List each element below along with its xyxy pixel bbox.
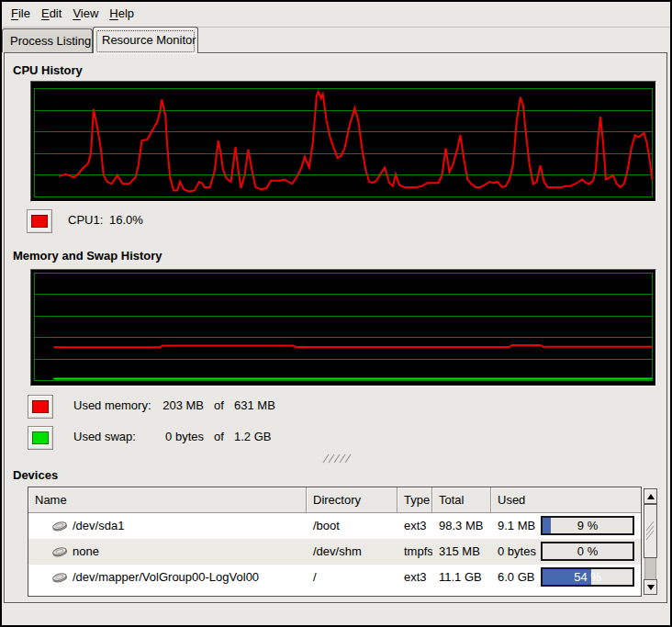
swap-of-word: of <box>214 425 224 449</box>
notebook-border-right <box>666 52 667 603</box>
memory-swap-chart <box>30 269 656 386</box>
scrollbar-trough[interactable] <box>644 558 656 579</box>
chart-grid <box>35 89 653 197</box>
usage-percent-label: 0 % <box>543 543 633 559</box>
memory-legend-swatch <box>28 395 53 419</box>
column-header-type[interactable]: Type <box>398 487 432 513</box>
menu-label-rest: dit <box>50 6 62 20</box>
device-type-cell: tmpfs <box>398 539 432 565</box>
vertical-scrollbar[interactable] <box>644 488 657 595</box>
device-used-value: 6.0 GB <box>498 570 534 584</box>
menu-label-rest: ile <box>18 6 30 20</box>
usage-progress-bar: 0 % <box>541 542 634 561</box>
menu-mnemonic: H <box>109 6 118 20</box>
device-type-cell: ext3 <box>398 565 432 590</box>
system-monitor-window: { "menu_bar": { "items": [ {"label": "Fi… <box>0 0 672 627</box>
memory-total-value: 631 MB <box>234 394 275 418</box>
devices-title: Devices <box>13 468 58 482</box>
cpu-history-title: CPU History <box>13 63 83 77</box>
device-row-2[interactable]: /dev/mapper/VolGroup00-LogVol00/ext311.1… <box>28 565 641 590</box>
swap-total-value: 1.2 GB <box>234 425 271 449</box>
cpu-chart-canvas <box>31 82 655 201</box>
notebook-highlight-left <box>5 53 6 602</box>
memory-of-word: of <box>214 394 224 418</box>
menu-view[interactable]: View <box>67 4 104 24</box>
device-directory-cell: / <box>307 565 398 590</box>
cpu-legend-swatch <box>27 209 52 233</box>
device-used-cell: 9.1 MB9 % <box>491 513 641 539</box>
device-directory-cell: /boot <box>307 513 398 539</box>
devices-table-body: /dev/sda1/bootext398.3 MB9.1 MB9 %none/d… <box>28 513 641 590</box>
device-used-value: 9.1 MB <box>498 519 535 532</box>
menu-mnemonic: E <box>41 6 50 20</box>
device-row-1[interactable]: none/dev/shmtmpfs315 MB0 bytes0 % <box>28 539 641 565</box>
status-bar <box>2 604 670 625</box>
device-name-cell: /dev/sda1 <box>28 513 307 539</box>
usage-percent-label: 54 % <box>543 569 633 585</box>
device-name-cell: /dev/mapper/VolGroup00-LogVol00 <box>28 565 307 590</box>
device-type-cell: ext3 <box>398 513 432 539</box>
tab-process-listing[interactable]: Process Listing <box>2 28 93 52</box>
device-used-cell: 0 bytes0 % <box>491 539 641 565</box>
memory-legend-color <box>32 400 49 413</box>
cpu-legend-label: CPU1: <box>68 208 103 232</box>
device-total-cell: 98.3 MB <box>432 513 491 539</box>
tab-focus-outline <box>96 30 195 52</box>
device-name: /dev/mapper/VolGroup00-LogVol00 <box>73 565 259 590</box>
swap-legend-swatch <box>28 426 53 450</box>
device-used-cell: 6.0 GB54 % <box>491 565 641 590</box>
cpu-legend-color <box>31 215 48 228</box>
memory-used-value: 203 MB <box>129 394 204 418</box>
cpu-legend-value: 16.0% <box>109 208 143 232</box>
scrollbar-grip-icon <box>644 505 656 559</box>
mem-chart-canvas <box>31 270 655 386</box>
menu-mnemonic: F <box>11 6 18 20</box>
usage-percent-label: 9 % <box>543 518 633 533</box>
menu-label-rest: iew <box>81 6 99 20</box>
device-name-cell: none <box>28 539 307 565</box>
swap-used-value: 0 bytes <box>129 425 204 449</box>
down-arrow-icon <box>647 585 655 590</box>
scrollbar-up-button[interactable] <box>644 488 657 504</box>
disk-icon <box>51 571 68 584</box>
column-header-used[interactable]: Used <box>491 487 641 513</box>
device-total-cell: 315 MB <box>432 539 491 565</box>
menu-help[interactable]: Help <box>104 4 140 24</box>
swap-legend-color <box>32 431 49 444</box>
devices-table: NameDirectoryTypeTotalUsed /dev/sda1/boo… <box>28 487 642 597</box>
device-name: none <box>73 539 99 565</box>
menu-label-rest: elp <box>118 6 134 20</box>
menu-file[interactable]: File <box>6 4 36 24</box>
device-directory-cell: /dev/shm <box>307 539 398 565</box>
disk-icon <box>51 520 68 532</box>
chart-line-used-memory <box>53 345 652 347</box>
column-header-directory[interactable]: Directory <box>307 487 398 513</box>
disk-icon <box>51 545 68 558</box>
notebook-highlight-top <box>5 53 666 54</box>
usage-progress-bar: 9 % <box>541 516 634 535</box>
column-header-total[interactable]: Total <box>432 487 491 513</box>
pane-resize-grip[interactable] <box>322 453 353 464</box>
tab-process-listing-label: Process Listing <box>10 34 91 48</box>
menu-mnemonic: V <box>73 6 80 20</box>
column-header-name[interactable]: Name <box>28 487 307 513</box>
device-name: /dev/sda1 <box>73 513 124 539</box>
menu-bar: FileEditViewHelp <box>2 2 670 26</box>
device-row-0[interactable]: /dev/sda1/bootext398.3 MB9.1 MB9 % <box>28 513 641 539</box>
devices-table-header: NameDirectoryTypeTotalUsed <box>28 487 641 513</box>
notebook-highlight-bottom <box>4 603 667 604</box>
cpu-history-chart <box>30 81 656 202</box>
scrollbar-thumb[interactable] <box>644 504 657 558</box>
window-body: FileEditViewHelp Process Listing Resourc… <box>2 2 670 625</box>
up-arrow-icon <box>647 494 655 499</box>
tab-resource-monitor[interactable]: Resource Monitor <box>93 27 198 53</box>
usage-progress-bar: 54 % <box>541 567 634 587</box>
chart-grid <box>35 274 653 381</box>
device-total-cell: 11.1 GB <box>432 565 491 590</box>
chart-line-cpu1 <box>59 92 652 192</box>
memory-history-title: Memory and Swap History <box>13 249 162 263</box>
menu-edit[interactable]: Edit <box>36 4 67 24</box>
device-used-value: 0 bytes <box>498 544 536 558</box>
scrollbar-down-button[interactable] <box>644 579 657 595</box>
